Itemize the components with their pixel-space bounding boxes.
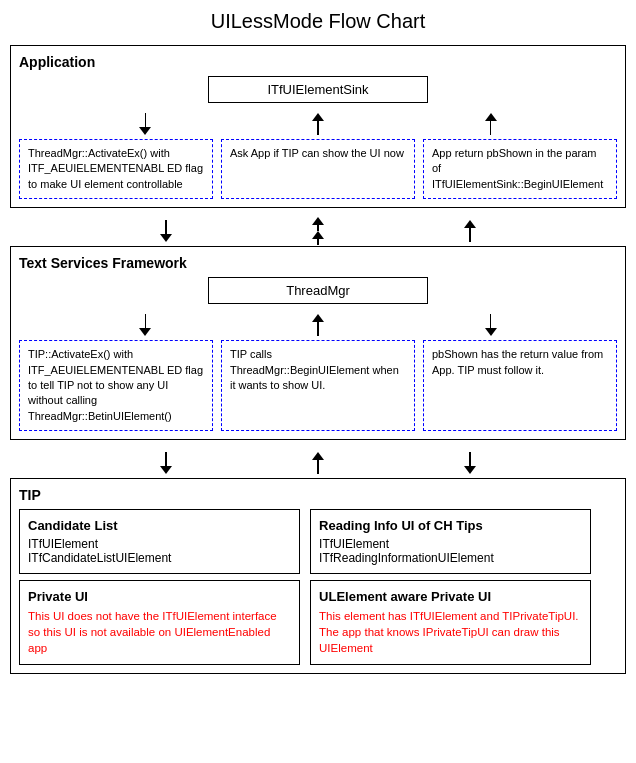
reading-info-title: Reading Info UI of CH Tips	[319, 518, 582, 533]
candidate-list-line1: ITfUIElement	[28, 537, 291, 551]
reading-info-box: Reading Info UI of CH Tips ITfUIElement …	[310, 509, 591, 574]
tsf-dashed-box-3: pbShown has the return value from App. T…	[423, 340, 617, 431]
page-title: UILessMode Flow Chart	[10, 10, 626, 33]
arrow-sink-right	[485, 113, 497, 135]
tsf-dashed-row: TIP::ActivateEx() with ITF_AEUIELEMENTEN…	[19, 340, 617, 431]
reading-info-line2: ITfReadingInformationUIElement	[319, 551, 582, 565]
tsf-dashed-box-1: TIP::ActivateEx() with ITF_AEUIELEMENTEN…	[19, 340, 213, 431]
arrow-tsf-tip-right	[464, 452, 476, 474]
candidate-list-line2: ITfCandidateListUIElement	[28, 551, 291, 565]
app-dashed-box-3: App return pbShown in the param of ITfUI…	[423, 139, 617, 199]
tsf-box: Text Services Framework ThreadMgr TIP::A…	[10, 246, 626, 440]
candidate-list-title: Candidate List	[28, 518, 291, 533]
reading-info-line1: ITfUIElement	[319, 537, 582, 551]
threadmgr-box: ThreadMgr	[208, 277, 428, 304]
arrow-sink-middle	[312, 113, 324, 135]
tsf-label: Text Services Framework	[19, 255, 617, 271]
arrow-sink-left	[139, 113, 151, 135]
tip-label: TIP	[19, 487, 617, 503]
arrow-tmgr-right	[485, 314, 497, 336]
arrow-app-tsf-left	[160, 220, 172, 242]
arrow-app-tsf-right	[464, 220, 476, 242]
tsf-dashed-box-2: TIP calls ThreadMgr::BeginUIElement when…	[221, 340, 415, 431]
ulelement-box: ULElement aware Private UI This element …	[310, 580, 591, 665]
app-dashed-box-2: Ask App if TIP can show the UI now	[221, 139, 415, 199]
application-box: Application ITfUIElementSink ThreadMgr::…	[10, 45, 626, 208]
application-dashed-row: ThreadMgr::ActivateEx() with ITF_AEUIELE…	[19, 139, 617, 199]
arrow-tsf-tip-left	[160, 452, 172, 474]
private-ui-title: Private UI	[28, 589, 291, 604]
private-ui-box: Private UI This UI does not have the ITf…	[19, 580, 300, 665]
application-label: Application	[19, 54, 617, 70]
arrow-tsf-tip-middle	[312, 452, 324, 474]
tip-box: TIP Candidate List ITfUIElement ITfCandi…	[10, 478, 626, 674]
arrow-app-tsf-middle	[312, 217, 324, 245]
itf-element-sink-box: ITfUIElementSink	[208, 76, 428, 103]
private-ui-red-text: This UI does not have the ITfUIElement i…	[28, 608, 291, 656]
arrow-tmgr-left	[139, 314, 151, 336]
candidate-list-box: Candidate List ITfUIElement ITfCandidate…	[19, 509, 300, 574]
ulelement-title: ULElement aware Private UI	[319, 589, 582, 604]
app-dashed-box-1: ThreadMgr::ActivateEx() with ITF_AEUIELE…	[19, 139, 213, 199]
arrow-tmgr-middle	[312, 314, 324, 336]
tip-top-row: Candidate List ITfUIElement ITfCandidate…	[19, 509, 617, 574]
ulelement-red-text: This element has ITfUIElement and TIPriv…	[319, 608, 582, 656]
tip-bottom-row: Private UI This UI does not have the ITf…	[19, 580, 617, 665]
